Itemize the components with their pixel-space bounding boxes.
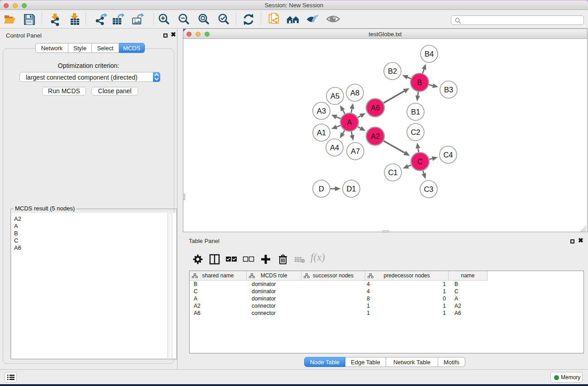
svg-text:B3: B3 xyxy=(444,86,453,94)
svg-text:C2: C2 xyxy=(411,128,420,136)
svg-text:A: A xyxy=(347,118,352,126)
svg-text:A6: A6 xyxy=(371,104,380,112)
svg-text:B: B xyxy=(417,78,422,86)
svg-text:D1: D1 xyxy=(346,185,356,193)
svg-text:B2: B2 xyxy=(388,67,397,75)
svg-text:A1: A1 xyxy=(317,129,326,137)
svg-text:C4: C4 xyxy=(443,151,453,159)
svg-text:B1: B1 xyxy=(411,108,420,116)
svg-text:A2: A2 xyxy=(371,132,380,140)
svg-text:C: C xyxy=(417,157,423,166)
svg-text:A8: A8 xyxy=(350,89,359,97)
svg-text:C3: C3 xyxy=(424,185,433,193)
svg-text:A3: A3 xyxy=(317,107,326,115)
svg-text:A7: A7 xyxy=(351,147,360,155)
svg-text:A5: A5 xyxy=(330,92,339,100)
svg-text:A4: A4 xyxy=(330,143,339,152)
svg-text:B4: B4 xyxy=(425,50,434,58)
svg-text:C1: C1 xyxy=(388,168,397,176)
svg-text:D: D xyxy=(319,185,324,193)
